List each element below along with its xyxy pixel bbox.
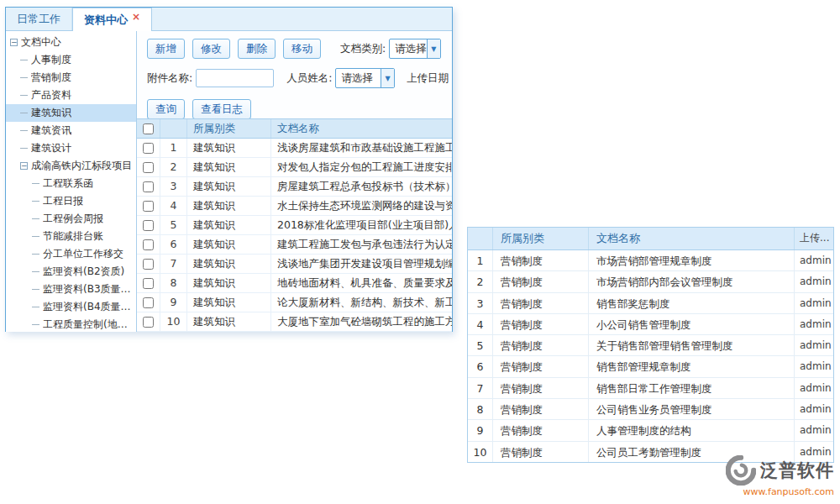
row-checkbox[interactable]	[143, 239, 154, 250]
row-category: 营销制度	[493, 399, 589, 419]
sidebar-tree-item[interactable]: 分工单位工作移交	[6, 245, 136, 263]
table-row[interactable]: 5建筑知识2018标准化监理项目部(业主项目部)人员...	[137, 216, 452, 235]
sidebar-item-label: 产品资料	[31, 88, 71, 102]
row-checkbox[interactable]	[143, 317, 154, 328]
table-row[interactable]: 3建筑知识房屋建筑工程总承包投标书（技术标）...	[137, 177, 452, 197]
row-doc-name: 公司销售业务员管理制度	[589, 399, 795, 419]
row-doc-name: 小公司销售管理制度	[589, 314, 795, 334]
row-checkbox-cell	[137, 274, 160, 292]
tab-data-center[interactable]: 资料中心 ×	[72, 8, 152, 31]
table-row[interactable]: 7营销制度销售部日常工作管理制度admin	[468, 378, 833, 399]
row-checkbox[interactable]	[143, 278, 154, 289]
row-doc-name: 销售部日常工作管理制度	[589, 378, 795, 398]
select-all-checkbox[interactable]	[143, 123, 154, 134]
row-uploader: admin	[795, 250, 833, 270]
row-checkbox[interactable]	[143, 181, 154, 192]
table-row[interactable]: 4营销制度小公司销售管理制度admin	[468, 314, 833, 335]
modify-button[interactable]: 修改	[192, 39, 230, 59]
sidebar-item-label: 监理资料(B3质量控制)	[43, 282, 136, 297]
table-row[interactable]: 7建筑知识浅谈地产集团开发建设项目管理规划编...	[137, 255, 452, 274]
row-checkbox[interactable]	[143, 201, 154, 212]
table-row[interactable]: 6建筑知识建筑工程施工发包与承包违法行为认定...	[137, 235, 452, 255]
sidebar-tree-item[interactable]: 营销制度	[6, 69, 136, 87]
row-category: 建筑知识	[187, 255, 271, 273]
row-checkbox[interactable]	[143, 297, 154, 308]
person-name-select[interactable]: 请选择 ▼	[335, 68, 395, 88]
table-row[interactable]: 2建筑知识对发包人指定分包的工程施工进度安排...	[137, 158, 452, 177]
row-doc-name: 大厦地下室加气砼墙砌筑工程的施工方...	[271, 312, 452, 331]
sidebar-tree-item[interactable]: 工程例会周报	[6, 210, 136, 228]
close-icon[interactable]: ×	[132, 12, 140, 22]
row-number: 6	[160, 235, 187, 254]
tab-label: 资料中心	[84, 13, 128, 28]
row-category: 营销制度	[493, 293, 589, 313]
row-category: 营销制度	[493, 250, 589, 270]
row-doc-name: 销售部奖惩制度	[589, 293, 795, 313]
attachment-name-input[interactable]	[196, 69, 274, 87]
sidebar-tree-item[interactable]: 建筑知识	[6, 104, 136, 122]
sidebar-tree-item[interactable]: −成渝高铁内江标段项目	[6, 157, 136, 175]
sidebar-tree-item[interactable]: 建筑资讯	[6, 122, 136, 139]
table-row[interactable]: 10建筑知识大厦地下室加气砼墙砌筑工程的施工方...	[137, 312, 452, 332]
doc-name-header: 文档名称	[271, 119, 452, 138]
row-category: 营销制度	[493, 356, 589, 376]
sidebar-tree-item[interactable]: 节能减排台账	[6, 228, 136, 245]
tab-daily-work[interactable]: 日常工作	[6, 8, 72, 30]
row-checkbox[interactable]	[143, 143, 154, 154]
move-button[interactable]: 移动	[283, 39, 321, 59]
tree-connector-line	[32, 271, 39, 272]
doc-type-select[interactable]: 请选择 ▼	[389, 39, 441, 59]
table-row[interactable]: 1建筑知识浅谈房屋建筑和市政基础设施工程施工...	[137, 139, 452, 158]
row-category: 营销制度	[493, 335, 589, 355]
table-row[interactable]: 8营销制度公司销售业务员管理制度admin	[468, 399, 833, 420]
table-row[interactable]: 4建筑知识水土保持生态环境监测网络的建设与资...	[137, 197, 452, 216]
sidebar-tree-item[interactable]: 人事制度	[6, 51, 136, 69]
row-checkbox[interactable]	[143, 220, 154, 231]
sidebar-tree-item[interactable]: 工程日报	[6, 192, 136, 210]
row-uploader: admin	[795, 420, 833, 440]
sidebar-tree-item[interactable]: 监理资料(B4质量控制)	[6, 298, 136, 316]
table-row[interactable]: 6营销制度销售部管理规章制度admin	[468, 356, 833, 377]
row-number: 10	[468, 442, 493, 462]
sidebar-tree-item[interactable]: 工程质量控制(地下室)	[6, 316, 136, 332]
table-row[interactable]: 3营销制度销售部奖惩制度admin	[468, 293, 833, 314]
upload-date-label: 上传日期	[407, 71, 449, 86]
table-header-row: 所属别类 文档名称	[137, 118, 452, 139]
table-row[interactable]: 1营销制度市场营销部管理规章制度admin	[468, 250, 833, 271]
sidebar-item-label: 建筑知识	[31, 106, 71, 120]
row-checkbox[interactable]	[143, 259, 154, 270]
collapse-icon[interactable]: −	[10, 39, 18, 46]
row-doc-name: 关于销售部管理销售管理制度	[589, 335, 795, 355]
query-button[interactable]: 查询	[147, 99, 185, 119]
row-checkbox[interactable]	[143, 162, 154, 173]
sidebar-tree-item[interactable]: 建筑设计	[6, 139, 136, 157]
add-button[interactable]: 新增	[147, 39, 185, 59]
table-row[interactable]: 5营销制度关于销售部管理销售管理制度admin	[468, 335, 833, 356]
row-category: 建筑知识	[187, 274, 271, 292]
table-row[interactable]: 9营销制度人事管理制度的结构admin	[468, 420, 833, 441]
row-category: 建筑知识	[187, 235, 271, 254]
tree-connector-line	[32, 307, 39, 307]
document-center-window: 日常工作 资料中心 × −文档中心人事制度营销制度产品资料建筑知识建筑资讯建筑设…	[5, 7, 453, 332]
row-number: 6	[468, 356, 493, 376]
row-number: 2	[468, 271, 493, 291]
table-row[interactable]: 9建筑知识论大厦新材料、新结构、新技术、新工...	[137, 293, 452, 312]
sidebar-tree-item[interactable]: 工程联系函	[6, 175, 136, 192]
p2-table-body: 1营销制度市场营销部管理规章制度admin2营销制度市场营销部内部会议管理制度a…	[468, 250, 833, 463]
sidebar-tree-item[interactable]: 监理资料(B3质量控制)	[6, 281, 136, 298]
delete-button[interactable]: 删除	[238, 39, 276, 59]
view-log-button[interactable]: 查看日志	[192, 99, 251, 119]
table-row[interactable]: 2营销制度市场营销部内部会议管理制度admin	[468, 271, 833, 292]
tree-connector-line	[20, 113, 28, 113]
row-category: 营销制度	[493, 442, 589, 462]
row-uploader: admin	[795, 314, 833, 334]
collapse-icon[interactable]: −	[20, 162, 28, 170]
doc-type-label: 文档类别:	[340, 42, 386, 56]
table-row[interactable]: 8建筑知识地砖地面材料、机具准备、质量要求及...	[137, 274, 452, 293]
sidebar-tree-item[interactable]: 产品资料	[6, 87, 136, 104]
sidebar-tree-item[interactable]: 监理资料(B2资质)	[6, 263, 136, 281]
row-doc-name: 房屋建筑工程总承包投标书（技术标）...	[271, 177, 452, 196]
sidebar-item-label: 监理资料(B2资质)	[43, 265, 124, 279]
sidebar-tree-item[interactable]: −文档中心	[6, 34, 136, 51]
row-doc-name: 2018标准化监理项目部(业主项目部)人员...	[271, 216, 452, 234]
